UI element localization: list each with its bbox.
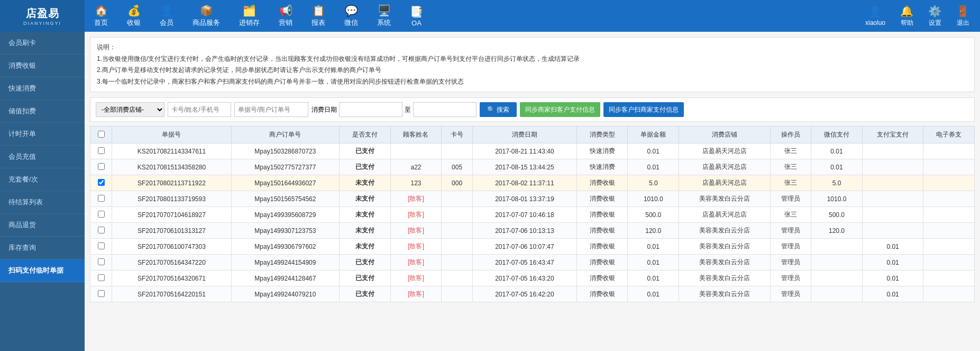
table-cell: 0.01: [628, 286, 679, 302]
nav-item-cashier[interactable]: 💰收银: [117, 0, 150, 32]
table-cell: 0.01: [628, 143, 679, 159]
customer-name: [散客]: [390, 207, 442, 223]
table-cell: 2017-08-21 11:43:40: [472, 143, 576, 159]
table-row: SF20170707104618927Mpay1499395608729未支付[…: [90, 207, 975, 223]
table-cell: [923, 255, 975, 271]
table-cell: [442, 143, 473, 159]
select-all-checkbox[interactable]: [98, 131, 105, 138]
sidebar-item-stored-deduct[interactable]: 储值扣费: [0, 100, 85, 123]
help-icon: 🔔: [900, 5, 913, 17]
row-checkbox[interactable]: [98, 227, 105, 233]
table-cell: [811, 239, 863, 255]
sync-customer-button[interactable]: 同步客户扫商家支付信息: [603, 102, 684, 117]
customer-name: a22: [390, 159, 442, 175]
nav-label-cashier: 收银: [127, 18, 141, 28]
table-cell: 2017-08-02 11:37:11: [472, 175, 576, 191]
nav-item-inventory[interactable]: 🗂️进销存: [230, 0, 269, 32]
sidebar-item-scan-pay[interactable]: 扫码支付临时单据: [0, 259, 85, 282]
nav-right-help[interactable]: 🔔帮助: [895, 0, 919, 32]
sidebar-item-stock-query[interactable]: 库存查询: [0, 237, 85, 259]
table-cell: 5.0: [811, 175, 863, 191]
table-cell: Mpay1502775727377: [231, 159, 339, 175]
store-select[interactable]: -全部消费店铺-: [96, 102, 164, 117]
sidebar-item-timed-open[interactable]: 计时开单: [0, 123, 85, 146]
table-cell: 2017-08-01 13:37:19: [472, 191, 576, 207]
table-cell: 美容美发白云分店: [679, 239, 771, 255]
row-checkbox[interactable]: [98, 163, 105, 170]
nav-item-wechat[interactable]: 💬微信: [335, 0, 368, 32]
table-cell: 2017-08-15 13:44:25: [472, 159, 576, 175]
table-cell: SF20170705164220151: [112, 286, 232, 302]
table-cell: 0.01: [862, 239, 923, 255]
nav-right-settings[interactable]: ⚙️设置: [923, 0, 947, 32]
nav-item-report[interactable]: 📋报表: [302, 0, 335, 32]
notice-line: 1.当收银使用微信/支付宝进行支付时，会产生临时的支付记录，当出现顾客支付成功但…: [97, 53, 968, 65]
table-cell: SF20170706100747303: [112, 239, 232, 255]
table-cell: 张三: [770, 143, 811, 159]
table-cell: 0.01: [811, 159, 863, 175]
nav-right-user[interactable]: 👤xiaoluo: [860, 0, 891, 32]
table-cell: 2017-07-05 16:43:20: [472, 271, 576, 286]
nav-item-oa[interactable]: 📑OA: [400, 0, 433, 32]
wechat-icon: 💬: [345, 4, 358, 17]
paid-status: 已支付: [340, 271, 391, 286]
row-checkbox[interactable]: [98, 290, 105, 297]
sidebar-item-quick-consume[interactable]: 快速消费: [0, 77, 85, 100]
row-checkbox[interactable]: [98, 242, 105, 249]
user-icon: 👤: [868, 5, 882, 18]
table-cell: 管理员: [770, 191, 811, 207]
paid-status: 未支付: [340, 207, 391, 223]
settings-icon: ⚙️: [928, 5, 941, 17]
sync-merchant-button[interactable]: 同步商家扫客户支付信息: [520, 102, 600, 117]
table-cell: 500.0: [628, 207, 679, 223]
row-checkbox[interactable]: [98, 195, 105, 202]
table-cell: 店盈易天河总店: [679, 143, 771, 159]
table-cell: 0.01: [811, 143, 863, 159]
table-cell: 店盈易天河总店: [679, 159, 771, 175]
sidebar-item-member-recharge[interactable]: 会员充值: [0, 146, 85, 168]
nav-item-member[interactable]: 👤会员: [150, 0, 183, 32]
table-cell: [442, 207, 473, 223]
table-cell: SF20170801133719593: [112, 191, 232, 207]
sidebar-item-consume-cashier[interactable]: 消费收银: [0, 55, 85, 77]
paid-status: 未支付: [340, 223, 391, 239]
table-cell: SF20170706101313127: [112, 223, 232, 239]
card-input[interactable]: [168, 102, 231, 117]
order-input[interactable]: [234, 102, 308, 117]
date-from-input[interactable]: [339, 102, 402, 117]
date-to-input[interactable]: [413, 102, 477, 117]
table-cell: 消费收银: [576, 255, 628, 271]
nav-item-system[interactable]: 🖥️系统: [368, 0, 400, 32]
table-cell: 管理员: [770, 286, 811, 302]
row-checkbox[interactable]: [98, 211, 105, 218]
nav-item-goods[interactable]: 📦商品服务: [183, 0, 230, 32]
table-cell: Mpay1499244079210: [231, 286, 339, 302]
table-cell: [862, 207, 923, 223]
table-header: 单据号: [112, 127, 232, 143]
report-icon: 📋: [312, 4, 325, 17]
sidebar-item-member-card[interactable]: 会员刷卡: [0, 32, 85, 55]
table-cell: 2017-07-06 10:13:13: [472, 223, 576, 239]
row-checkbox[interactable]: [98, 274, 105, 281]
sidebar-item-recharge-package[interactable]: 充套餐/次: [0, 168, 85, 191]
customer-name: [散客]: [390, 191, 442, 207]
customer-name: [散客]: [390, 286, 442, 302]
nav-item-marketing[interactable]: 📢营销: [269, 0, 302, 32]
sidebar-item-goods-return[interactable]: 商品退货: [0, 214, 85, 237]
table-cell: 005: [442, 159, 473, 175]
table-cell: KS20170821143347611: [112, 143, 232, 159]
row-checkbox[interactable]: [98, 258, 105, 265]
table-cell: [442, 286, 473, 302]
table-cell: SF20170705164320671: [112, 271, 232, 286]
row-checkbox[interactable]: [98, 147, 105, 154]
table-cell: Mpay1499395608729: [231, 207, 339, 223]
row-checkbox[interactable]: [98, 179, 105, 186]
table-cell: [442, 271, 473, 286]
table-cell: Mpay1501565754562: [231, 191, 339, 207]
sidebar-item-pending-list[interactable]: 待结算列表: [0, 191, 85, 214]
search-button[interactable]: 🔍 搜索: [480, 102, 517, 117]
notice-title: 说明：: [97, 42, 968, 53]
home-icon: 🏠: [95, 4, 108, 17]
nav-right-logout[interactable]: 🚪退出: [951, 0, 975, 32]
nav-item-home[interactable]: 🏠首页: [85, 0, 117, 32]
